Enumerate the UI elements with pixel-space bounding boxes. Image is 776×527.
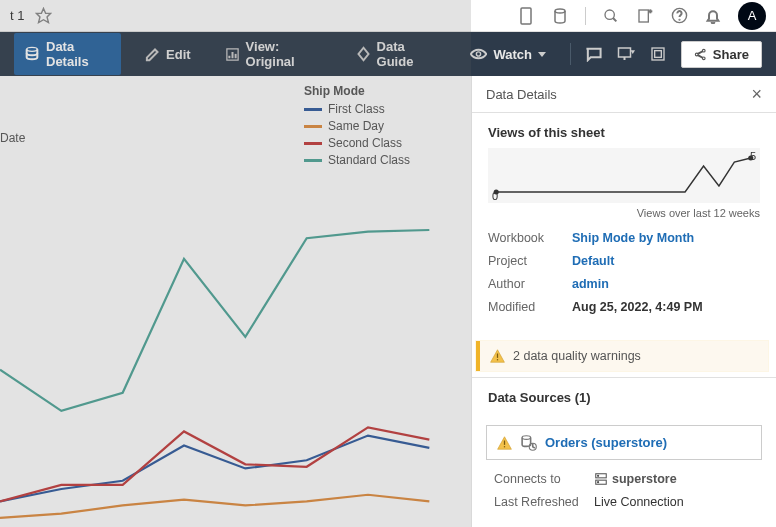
share-button[interactable]: Share: [681, 41, 762, 68]
svg-rect-33: [504, 440, 505, 444]
svg-rect-20: [652, 48, 664, 60]
svg-point-3: [605, 10, 614, 19]
refreshed-value: Live Connection: [594, 495, 684, 509]
data-source-item[interactable]: Orders (superstore): [486, 425, 762, 460]
author-link[interactable]: admin: [572, 277, 609, 291]
legend-label: Same Day: [328, 119, 384, 133]
swatch: [304, 142, 322, 145]
search-icon[interactable]: [602, 7, 620, 25]
warning-bar[interactable]: 2 data quality warnings: [476, 341, 768, 371]
svg-marker-0: [36, 8, 50, 22]
chevron-down-icon: [538, 52, 546, 57]
panel-header: Data Details ×: [472, 76, 776, 113]
svg-rect-17: [618, 48, 630, 57]
toolbar: Data Details Edit View: Original Data Gu…: [0, 32, 776, 76]
legend-label: First Class: [328, 102, 385, 116]
bell-icon[interactable]: [704, 7, 722, 25]
data-details-button[interactable]: Data Details: [14, 33, 121, 75]
watch-button[interactable]: Watch: [460, 41, 556, 68]
connects-value: superstore: [594, 472, 677, 486]
svg-rect-1: [521, 8, 531, 24]
warning-icon: [490, 349, 505, 363]
main-area: Date Ship Mode First ClassSame DaySecond…: [0, 76, 776, 527]
legend-title: Ship Mode: [304, 84, 410, 98]
star-icon[interactable]: [34, 7, 52, 25]
legend-label: Second Class: [328, 136, 402, 150]
top-bar: t 1 A: [0, 0, 776, 32]
server-icon: [594, 472, 608, 486]
svg-point-15: [477, 52, 481, 56]
warning-icon: [497, 436, 512, 450]
svg-marker-16: [538, 52, 546, 57]
author-label: Author: [488, 277, 572, 291]
view-original-button[interactable]: View: Original: [215, 33, 332, 75]
fullscreen-icon[interactable]: [649, 45, 667, 63]
svg-line-26: [698, 55, 703, 58]
svg-point-35: [522, 436, 531, 440]
svg-point-2: [555, 9, 565, 13]
workbook-link[interactable]: Ship Mode by Month: [572, 231, 694, 245]
svg-point-9: [679, 19, 680, 20]
data-guide-button[interactable]: Data Guide: [346, 33, 447, 75]
swatch: [304, 125, 322, 128]
data-source-link[interactable]: Orders (superstore): [545, 435, 667, 450]
svg-line-25: [698, 51, 703, 54]
swatch: [304, 108, 322, 111]
svg-rect-31: [497, 359, 498, 360]
database-icon[interactable]: [551, 7, 569, 25]
svg-rect-30: [497, 354, 498, 358]
sparkline-box: 5 0: [488, 148, 760, 203]
connects-label: Connects to: [494, 472, 594, 486]
device-icon[interactable]: [517, 7, 535, 25]
new-icon[interactable]: [636, 7, 654, 25]
chart-zone: Date Ship Mode First ClassSame DaySecond…: [0, 76, 471, 527]
svg-line-4: [613, 18, 616, 21]
refreshed-label: Last Refreshed: [494, 495, 594, 509]
top-left: t 1: [10, 7, 52, 25]
svg-rect-5: [639, 10, 648, 22]
close-icon[interactable]: ×: [751, 85, 762, 103]
data-details-panel: Data Details × Views of this sheet 5 0 V…: [471, 76, 776, 527]
svg-point-40: [598, 482, 599, 483]
spark-min: 0: [492, 190, 498, 202]
warning-text: 2 data quality warnings: [513, 349, 641, 363]
project-label: Project: [488, 254, 572, 268]
svg-rect-21: [655, 51, 662, 58]
separator: [585, 7, 586, 25]
svg-point-10: [27, 47, 38, 51]
workbook-label: Workbook: [488, 231, 572, 245]
datasource-icon: [520, 434, 537, 451]
top-right: A: [517, 2, 766, 30]
legend-item[interactable]: Second Class: [304, 136, 410, 150]
svg-rect-34: [504, 446, 505, 447]
download-icon[interactable]: [617, 45, 635, 63]
avatar[interactable]: A: [738, 2, 766, 30]
workbook-title-fragment: t 1: [10, 8, 24, 23]
line-chart: [0, 156, 460, 526]
project-link[interactable]: Default: [572, 254, 614, 268]
views-title: Views of this sheet: [488, 125, 760, 140]
data-sources-title: Data Sources (1): [488, 390, 760, 405]
divider: [472, 377, 776, 378]
modified-value: Aug 25, 2022, 4:49 PM: [572, 300, 703, 314]
legend-item[interactable]: Same Day: [304, 119, 410, 133]
sparkline: [488, 148, 760, 203]
separator: [570, 43, 571, 65]
x-axis-label: Date: [0, 131, 25, 145]
help-icon[interactable]: [670, 7, 688, 25]
panel-title: Data Details: [486, 87, 557, 102]
views-caption: Views over last 12 weeks: [488, 207, 760, 219]
svg-point-39: [598, 475, 599, 476]
modified-label: Modified: [488, 300, 572, 314]
legend-item[interactable]: First Class: [304, 102, 410, 116]
comments-icon[interactable]: [585, 45, 603, 63]
spark-max: 5: [750, 150, 756, 162]
edit-button[interactable]: Edit: [135, 41, 201, 68]
